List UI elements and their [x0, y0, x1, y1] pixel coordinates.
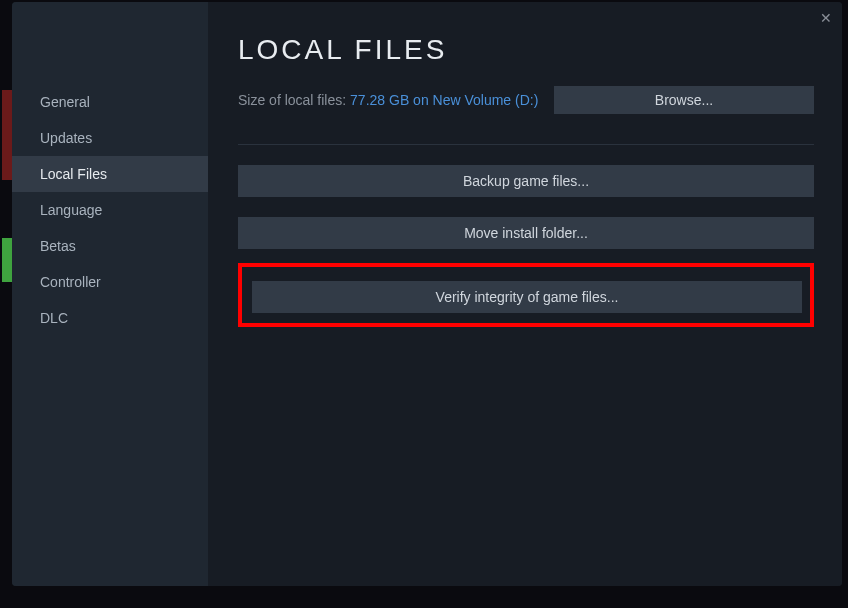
sidebar-item-controller[interactable]: Controller: [12, 264, 208, 300]
sidebar-item-local-files[interactable]: Local Files: [12, 156, 208, 192]
highlight-annotation: Verify integrity of game files...: [238, 263, 814, 327]
sidebar-item-general[interactable]: General: [12, 84, 208, 120]
background-accent: [2, 238, 12, 282]
sidebar-item-label: Updates: [40, 130, 92, 146]
close-icon[interactable]: ✕: [818, 10, 834, 26]
content-panel: LOCAL FILES Size of local files: 77.28 G…: [208, 2, 842, 586]
verify-integrity-button[interactable]: Verify integrity of game files...: [252, 281, 802, 313]
size-text: Size of local files: 77.28 GB on New Vol…: [238, 92, 538, 108]
sidebar-item-label: Controller: [40, 274, 101, 290]
backup-game-files-button[interactable]: Backup game files...: [238, 165, 814, 197]
sidebar-item-dlc[interactable]: DLC: [12, 300, 208, 336]
sidebar-item-betas[interactable]: Betas: [12, 228, 208, 264]
sidebar-item-label: Betas: [40, 238, 76, 254]
properties-modal: ✕ General Updates Local Files Language B…: [12, 2, 842, 586]
move-install-folder-button[interactable]: Move install folder...: [238, 217, 814, 249]
sidebar-item-language[interactable]: Language: [12, 192, 208, 228]
sidebar-item-label: General: [40, 94, 90, 110]
page-title: LOCAL FILES: [238, 34, 814, 66]
size-row: Size of local files: 77.28 GB on New Vol…: [238, 86, 814, 114]
browse-button[interactable]: Browse...: [554, 86, 814, 114]
divider: [238, 144, 814, 145]
size-link[interactable]: 77.28 GB on New Volume (D:): [350, 92, 538, 108]
size-label: Size of local files:: [238, 92, 350, 108]
sidebar-item-label: DLC: [40, 310, 68, 326]
sidebar: General Updates Local Files Language Bet…: [12, 2, 208, 586]
sidebar-item-updates[interactable]: Updates: [12, 120, 208, 156]
sidebar-item-label: Local Files: [40, 166, 107, 182]
sidebar-item-label: Language: [40, 202, 102, 218]
background-accent: [2, 90, 12, 180]
